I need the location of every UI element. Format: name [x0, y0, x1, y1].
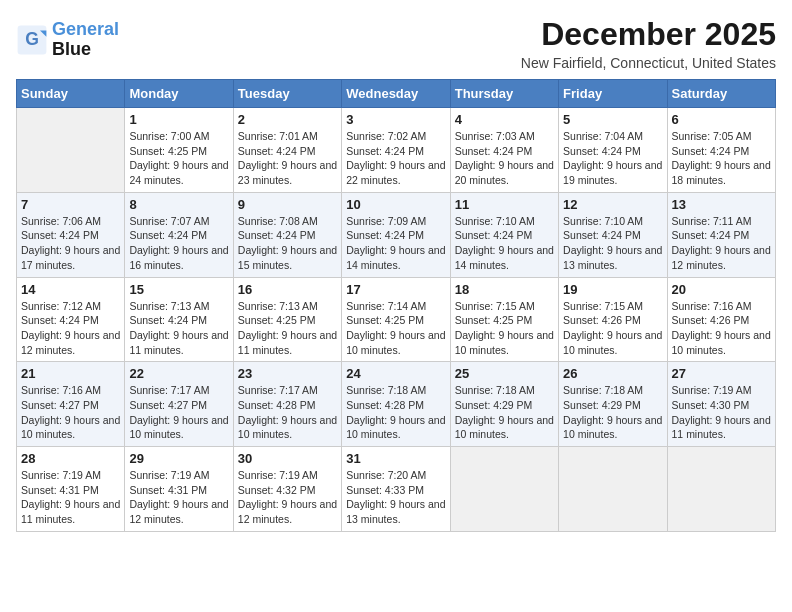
- day-info: Sunrise: 7:10 AMSunset: 4:24 PMDaylight:…: [455, 214, 554, 273]
- day-info: Sunrise: 7:16 AMSunset: 4:27 PMDaylight:…: [21, 383, 120, 442]
- week-row-0: 1Sunrise: 7:00 AMSunset: 4:25 PMDaylight…: [17, 108, 776, 193]
- day-number: 7: [21, 197, 120, 212]
- day-info: Sunrise: 7:19 AMSunset: 4:31 PMDaylight:…: [129, 468, 228, 527]
- day-info: Sunrise: 7:09 AMSunset: 4:24 PMDaylight:…: [346, 214, 445, 273]
- day-cell: [667, 447, 775, 532]
- day-number: 6: [672, 112, 771, 127]
- day-number: 27: [672, 366, 771, 381]
- day-info: Sunrise: 7:17 AMSunset: 4:28 PMDaylight:…: [238, 383, 337, 442]
- day-number: 26: [563, 366, 662, 381]
- header-saturday: Saturday: [667, 80, 775, 108]
- day-cell: [450, 447, 558, 532]
- day-number: 9: [238, 197, 337, 212]
- day-cell: 27Sunrise: 7:19 AMSunset: 4:30 PMDayligh…: [667, 362, 775, 447]
- day-number: 4: [455, 112, 554, 127]
- week-row-2: 14Sunrise: 7:12 AMSunset: 4:24 PMDayligh…: [17, 277, 776, 362]
- day-cell: 2Sunrise: 7:01 AMSunset: 4:24 PMDaylight…: [233, 108, 341, 193]
- day-number: 15: [129, 282, 228, 297]
- day-cell: 30Sunrise: 7:19 AMSunset: 4:32 PMDayligh…: [233, 447, 341, 532]
- day-number: 24: [346, 366, 445, 381]
- svg-text:G: G: [25, 29, 39, 49]
- day-cell: 21Sunrise: 7:16 AMSunset: 4:27 PMDayligh…: [17, 362, 125, 447]
- day-number: 2: [238, 112, 337, 127]
- day-cell: 28Sunrise: 7:19 AMSunset: 4:31 PMDayligh…: [17, 447, 125, 532]
- week-row-3: 21Sunrise: 7:16 AMSunset: 4:27 PMDayligh…: [17, 362, 776, 447]
- day-number: 28: [21, 451, 120, 466]
- day-info: Sunrise: 7:11 AMSunset: 4:24 PMDaylight:…: [672, 214, 771, 273]
- day-number: 20: [672, 282, 771, 297]
- day-info: Sunrise: 7:13 AMSunset: 4:25 PMDaylight:…: [238, 299, 337, 358]
- day-info: Sunrise: 7:04 AMSunset: 4:24 PMDaylight:…: [563, 129, 662, 188]
- day-info: Sunrise: 7:02 AMSunset: 4:24 PMDaylight:…: [346, 129, 445, 188]
- logo: G GeneralBlue: [16, 20, 119, 60]
- day-cell: 7Sunrise: 7:06 AMSunset: 4:24 PMDaylight…: [17, 192, 125, 277]
- day-cell: 10Sunrise: 7:09 AMSunset: 4:24 PMDayligh…: [342, 192, 450, 277]
- header-sunday: Sunday: [17, 80, 125, 108]
- day-cell: 3Sunrise: 7:02 AMSunset: 4:24 PMDaylight…: [342, 108, 450, 193]
- day-info: Sunrise: 7:18 AMSunset: 4:29 PMDaylight:…: [563, 383, 662, 442]
- day-cell: 18Sunrise: 7:15 AMSunset: 4:25 PMDayligh…: [450, 277, 558, 362]
- day-number: 16: [238, 282, 337, 297]
- day-number: 11: [455, 197, 554, 212]
- day-cell: 25Sunrise: 7:18 AMSunset: 4:29 PMDayligh…: [450, 362, 558, 447]
- day-cell: [17, 108, 125, 193]
- logo-text: GeneralBlue: [52, 20, 119, 60]
- day-info: Sunrise: 7:18 AMSunset: 4:28 PMDaylight:…: [346, 383, 445, 442]
- day-info: Sunrise: 7:00 AMSunset: 4:25 PMDaylight:…: [129, 129, 228, 188]
- day-info: Sunrise: 7:19 AMSunset: 4:30 PMDaylight:…: [672, 383, 771, 442]
- day-info: Sunrise: 7:01 AMSunset: 4:24 PMDaylight:…: [238, 129, 337, 188]
- day-number: 25: [455, 366, 554, 381]
- day-cell: 14Sunrise: 7:12 AMSunset: 4:24 PMDayligh…: [17, 277, 125, 362]
- day-number: 31: [346, 451, 445, 466]
- day-number: 22: [129, 366, 228, 381]
- title-block: December 2025 New Fairfield, Connecticut…: [521, 16, 776, 71]
- day-number: 30: [238, 451, 337, 466]
- day-info: Sunrise: 7:20 AMSunset: 4:33 PMDaylight:…: [346, 468, 445, 527]
- header-thursday: Thursday: [450, 80, 558, 108]
- calendar-header: SundayMondayTuesdayWednesdayThursdayFrid…: [17, 80, 776, 108]
- day-info: Sunrise: 7:03 AMSunset: 4:24 PMDaylight:…: [455, 129, 554, 188]
- day-cell: 13Sunrise: 7:11 AMSunset: 4:24 PMDayligh…: [667, 192, 775, 277]
- day-cell: 4Sunrise: 7:03 AMSunset: 4:24 PMDaylight…: [450, 108, 558, 193]
- day-number: 14: [21, 282, 120, 297]
- day-number: 13: [672, 197, 771, 212]
- location: New Fairfield, Connecticut, United State…: [521, 55, 776, 71]
- day-info: Sunrise: 7:07 AMSunset: 4:24 PMDaylight:…: [129, 214, 228, 273]
- day-number: 29: [129, 451, 228, 466]
- calendar-body: 1Sunrise: 7:00 AMSunset: 4:25 PMDaylight…: [17, 108, 776, 532]
- header-wednesday: Wednesday: [342, 80, 450, 108]
- day-number: 21: [21, 366, 120, 381]
- day-cell: 20Sunrise: 7:16 AMSunset: 4:26 PMDayligh…: [667, 277, 775, 362]
- logo-icon: G: [16, 24, 48, 56]
- day-cell: 29Sunrise: 7:19 AMSunset: 4:31 PMDayligh…: [125, 447, 233, 532]
- day-cell: [559, 447, 667, 532]
- day-info: Sunrise: 7:12 AMSunset: 4:24 PMDaylight:…: [21, 299, 120, 358]
- day-cell: 23Sunrise: 7:17 AMSunset: 4:28 PMDayligh…: [233, 362, 341, 447]
- day-number: 18: [455, 282, 554, 297]
- day-cell: 1Sunrise: 7:00 AMSunset: 4:25 PMDaylight…: [125, 108, 233, 193]
- day-cell: 22Sunrise: 7:17 AMSunset: 4:27 PMDayligh…: [125, 362, 233, 447]
- day-info: Sunrise: 7:05 AMSunset: 4:24 PMDaylight:…: [672, 129, 771, 188]
- day-info: Sunrise: 7:08 AMSunset: 4:24 PMDaylight:…: [238, 214, 337, 273]
- day-cell: 31Sunrise: 7:20 AMSunset: 4:33 PMDayligh…: [342, 447, 450, 532]
- day-cell: 19Sunrise: 7:15 AMSunset: 4:26 PMDayligh…: [559, 277, 667, 362]
- day-info: Sunrise: 7:15 AMSunset: 4:25 PMDaylight:…: [455, 299, 554, 358]
- day-cell: 6Sunrise: 7:05 AMSunset: 4:24 PMDaylight…: [667, 108, 775, 193]
- week-row-1: 7Sunrise: 7:06 AMSunset: 4:24 PMDaylight…: [17, 192, 776, 277]
- day-info: Sunrise: 7:18 AMSunset: 4:29 PMDaylight:…: [455, 383, 554, 442]
- day-info: Sunrise: 7:17 AMSunset: 4:27 PMDaylight:…: [129, 383, 228, 442]
- day-cell: 12Sunrise: 7:10 AMSunset: 4:24 PMDayligh…: [559, 192, 667, 277]
- week-row-4: 28Sunrise: 7:19 AMSunset: 4:31 PMDayligh…: [17, 447, 776, 532]
- day-cell: 8Sunrise: 7:07 AMSunset: 4:24 PMDaylight…: [125, 192, 233, 277]
- header-row: SundayMondayTuesdayWednesdayThursdayFrid…: [17, 80, 776, 108]
- day-info: Sunrise: 7:16 AMSunset: 4:26 PMDaylight:…: [672, 299, 771, 358]
- day-cell: 15Sunrise: 7:13 AMSunset: 4:24 PMDayligh…: [125, 277, 233, 362]
- day-number: 5: [563, 112, 662, 127]
- day-number: 19: [563, 282, 662, 297]
- page-header: G GeneralBlue December 2025 New Fairfiel…: [16, 16, 776, 71]
- month-title: December 2025: [521, 16, 776, 53]
- calendar-table: SundayMondayTuesdayWednesdayThursdayFrid…: [16, 79, 776, 532]
- day-info: Sunrise: 7:19 AMSunset: 4:32 PMDaylight:…: [238, 468, 337, 527]
- day-number: 3: [346, 112, 445, 127]
- day-number: 23: [238, 366, 337, 381]
